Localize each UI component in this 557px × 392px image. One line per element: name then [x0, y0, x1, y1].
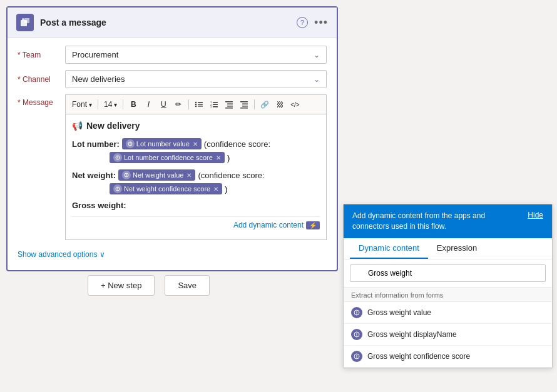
dynamic-panel-header-text: Add dynamic content from the apps and co…: [352, 211, 521, 232]
numbered-list-button[interactable]: 1.2.3.: [207, 98, 221, 111]
channel-dropdown-arrow: ⌄: [314, 75, 320, 84]
help-icon[interactable]: ?: [297, 17, 308, 28]
bottom-buttons: + New step Save: [88, 275, 210, 296]
save-button[interactable]: Save: [165, 275, 210, 296]
svg-rect-17: [227, 106, 233, 107]
lot-confidence-tag-icon: [113, 153, 122, 162]
message-editor-wrapper: Font ▾ 14 ▾ B I U ✏: [65, 94, 327, 240]
svg-rect-19: [240, 101, 248, 103]
post-message-card: Post a message ? ••• Team Procurement ⌄ …: [6, 6, 338, 271]
net-confidence-tag[interactable]: Net weight confidence score ✕: [110, 183, 222, 194]
net-weight-tag-icon: [122, 171, 131, 179]
dynamic-panel-hide-button[interactable]: Hide: [528, 211, 543, 219]
svg-point-31: [126, 176, 127, 177]
lot-confidence-tag-close[interactable]: ✕: [216, 154, 221, 161]
dynamic-content-panel: Add dynamic content from the apps and co…: [343, 204, 553, 368]
lot-number-label: Lot number:: [72, 139, 120, 149]
indent-less-button[interactable]: [222, 98, 236, 111]
dynamic-item-icon-2: [351, 329, 362, 340]
team-value: Procurement: [72, 50, 118, 59]
net-weight-tag[interactable]: Net weight value ✕: [118, 169, 195, 181]
search-wrapper: 🔍: [350, 264, 546, 282]
add-dynamic-text: Add dynamic content: [233, 221, 304, 229]
lot-number-tag-close[interactable]: ✕: [193, 141, 198, 148]
message-label: Message: [18, 98, 61, 107]
add-dynamic-row: Add dynamic content ⚡: [72, 216, 320, 233]
net-close-bracket: ): [225, 184, 227, 194]
dynamic-item-label-3: Gross weight confidence score: [367, 352, 470, 361]
font-size-dropdown[interactable]: 14 ▾: [101, 99, 120, 110]
lot-number-tag-icon: [126, 139, 135, 148]
svg-rect-22: [240, 108, 248, 109]
tab-expression[interactable]: Expression: [428, 238, 486, 259]
bold-button[interactable]: B: [126, 98, 140, 111]
gross-weight-label: Gross weight:: [72, 201, 126, 210]
dynamic-panel-tabs: Dynamic content Expression: [344, 238, 552, 259]
svg-rect-20: [242, 104, 248, 105]
svg-rect-15: [225, 101, 233, 103]
announce-icon: 📢: [72, 121, 83, 131]
message-heading-text: New delivery: [86, 121, 140, 131]
net-confidence-tag-close[interactable]: ✕: [213, 186, 218, 193]
net-confidence-tag-icon: [113, 184, 122, 193]
toolbar-separator-2: [123, 99, 123, 109]
gross-weight-row: Gross weight:: [72, 201, 320, 210]
message-editor[interactable]: 📢 New delivery Lot number:: [65, 114, 327, 240]
svg-point-2: [22, 18, 24, 21]
lot-number-row: Lot number: Lot number value ✕ (confiden…: [72, 138, 320, 149]
net-weight-tag-close[interactable]: ✕: [187, 172, 192, 179]
tab-dynamic-content[interactable]: Dynamic content: [350, 238, 428, 259]
new-step-button[interactable]: + New step: [88, 275, 155, 296]
pencil-button[interactable]: ✏: [171, 98, 185, 111]
unlink-button[interactable]: ⛓: [273, 98, 287, 111]
italic-button[interactable]: I: [141, 98, 155, 111]
show-advanced-options[interactable]: Show advanced options ∨: [18, 246, 327, 263]
font-arrow-icon: ▾: [89, 101, 92, 108]
underline-button[interactable]: U: [156, 98, 170, 111]
font-dropdown[interactable]: Font ▾: [69, 99, 95, 110]
toolbar-separator-1: [98, 99, 98, 109]
confidence-score-text: (confidence score:: [204, 139, 270, 149]
list-item[interactable]: Gross weight confidence score: [344, 346, 552, 368]
net-weight-row: Net weight: Net weight value ✕ (confiden…: [72, 169, 320, 181]
svg-point-3: [195, 102, 197, 103]
svg-point-7: [195, 106, 197, 107]
teams-icon: [16, 14, 34, 31]
link-button[interactable]: 🔗: [258, 98, 272, 111]
lot-number-tag[interactable]: Lot number value ✕: [122, 138, 202, 149]
gross-weight-block: Gross weight:: [72, 201, 320, 210]
font-size-value: 14: [104, 100, 112, 109]
team-label: Team: [18, 51, 61, 59]
dynamic-item-label-1: Gross weight value: [367, 308, 431, 317]
bullet-list-button[interactable]: [192, 98, 206, 111]
svg-rect-1: [24, 18, 29, 23]
code-button[interactable]: </>: [288, 98, 302, 111]
close-bracket: ): [227, 153, 230, 163]
svg-rect-21: [242, 106, 248, 107]
svg-rect-18: [225, 108, 233, 109]
net-confidence-score-text: (confidence score:: [198, 171, 264, 180]
team-dropdown[interactable]: Procurement ⌄: [65, 46, 327, 64]
svg-text:3.: 3.: [210, 105, 212, 108]
svg-point-40: [356, 335, 357, 336]
channel-dropdown[interactable]: New deliveries ⌄: [65, 70, 327, 88]
dynamic-items-list: Gross weight value Gross weight displayN…: [344, 302, 552, 368]
dynamic-panel-header: Add dynamic content from the apps and co…: [344, 204, 552, 238]
svg-rect-4: [198, 102, 203, 103]
lot-confidence-tag[interactable]: Lot number confidence score ✕: [110, 152, 225, 163]
dynamic-item-icon-3: [351, 351, 362, 362]
net-weight-label: Net weight:: [72, 171, 116, 180]
list-item[interactable]: Gross weight value: [344, 302, 552, 324]
add-dynamic-link[interactable]: Add dynamic content ⚡: [233, 221, 320, 229]
svg-point-37: [356, 313, 357, 314]
lot-confidence-row: Lot number confidence score ✕ ): [72, 152, 320, 163]
svg-point-34: [118, 190, 118, 191]
list-item[interactable]: Gross weight displayName: [344, 324, 552, 346]
message-field-row: Message Font ▾ 14 ▾ B: [18, 94, 327, 240]
dynamic-search-input[interactable]: [350, 264, 546, 282]
svg-rect-10: [213, 102, 218, 103]
more-icon[interactable]: •••: [314, 16, 328, 29]
indent-more-button[interactable]: [237, 98, 251, 111]
svg-point-5: [195, 104, 197, 105]
net-confidence-tag-text: Net weight confidence score: [124, 185, 210, 193]
